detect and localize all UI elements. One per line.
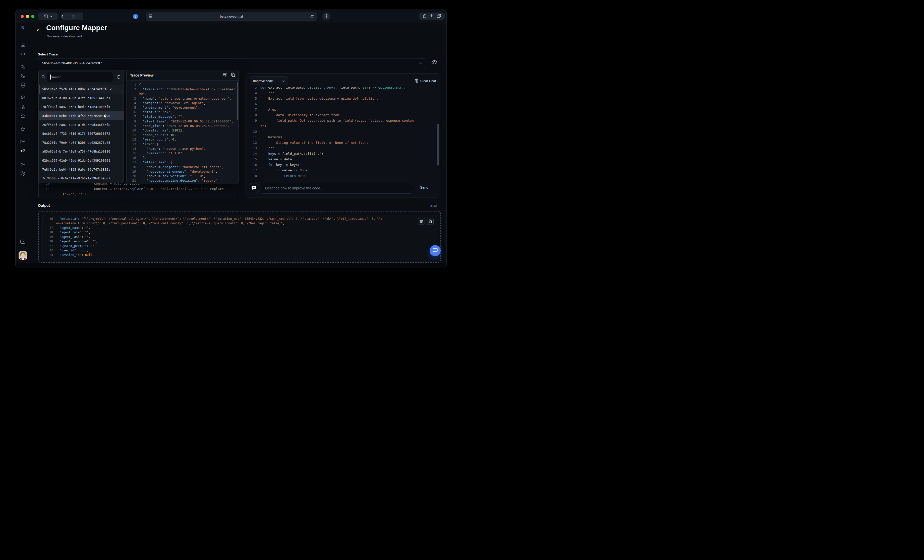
trace-option[interactable]: 26ff540f-ca87-4285-a1d4-5e9d436fc3f8 [39, 120, 123, 129]
sidebar-item-traces[interactable] [20, 64, 26, 69]
code-line: 13 "sdk": { [129, 142, 237, 147]
trace-option[interactable]: 78ff08af-5837-46e1-bcd9-318e37aed5f5 [39, 102, 123, 111]
code-line: 7 "status_message": "", [129, 114, 237, 119]
sidebar-item-favorites[interactable] [20, 126, 26, 132]
sidebar-item-code[interactable] [20, 51, 26, 57]
code-line: 1{ [129, 82, 237, 87]
code-line: 18 "noveum.project": "novaeval-etl-agent… [129, 165, 237, 169]
code-line: 14 keys = field_path.split(".") [249, 151, 415, 157]
trace-option[interactable]: 8ecb3cbf-f733-4016-917f-560726b36872 [39, 129, 123, 138]
code-line: 6 "status": "ok", [129, 110, 237, 114]
text-caret [50, 75, 51, 79]
sidebar-item-home[interactable] [20, 42, 26, 47]
code-line: 9 field_path: Dot-separated path to fiel… [249, 118, 415, 129]
trace-option[interactable]: 78a2201b-79e0-4d04-b2b6-ae0282878c45 [39, 138, 123, 147]
trace-option[interactable]: 7e8f6a3a-be0f-4835-9a0c-f9c747c6815a [39, 165, 123, 174]
code-line: 11 Returns: [249, 135, 415, 140]
mode-select[interactable]: Improve code [250, 76, 288, 85]
clear-chat-button[interactable]: Clear Chat [415, 79, 436, 83]
trace-option[interactable]: a85e05a9-bf7e-40e9-a75f-47d8ba1b0816 [39, 147, 123, 156]
trace-select[interactable]: 5b5e0b7e-f52b-4f01-8d82-46c474cf0ff7 [38, 58, 426, 68]
sidebar-item-blocks[interactable] [20, 104, 26, 109]
sidebar-item-workflow[interactable] [20, 73, 26, 79]
chevron-down-icon [50, 16, 52, 17]
url-bar[interactable]: beta.noveum.ai [146, 12, 317, 21]
code-line: 23 "session_id": null, [45, 253, 384, 257]
sidebar-item-cloud[interactable] [20, 114, 26, 118]
avatar[interactable] [19, 251, 27, 260]
sidebar-item-server[interactable] [20, 95, 26, 100]
copy-icon[interactable] [231, 72, 235, 78]
send-button[interactable]: Send [420, 186, 428, 189]
code-line: 12 String value of the field, or None if… [249, 140, 415, 145]
wrap-text-icon[interactable] [222, 72, 227, 78]
select-trace-label: Select Trace [38, 52, 58, 56]
code-line: 17 if value is None: [249, 168, 415, 173]
code-line: 5 Extract field from nested dictionary u… [249, 96, 415, 101]
search-icon [41, 75, 45, 80]
chat-row: Send [246, 183, 440, 194]
code-line: 21 "noveum.sampling.decision": "record" [129, 178, 237, 183]
preview-scrollbar-thumb[interactable] [237, 82, 238, 120]
share-icon[interactable] [423, 14, 427, 19]
collapse-panel-icon[interactable] [20, 239, 26, 244]
code-line: 8 "start_time": "2025-12-09 06:02:32.371… [129, 119, 237, 124]
sidebar-item-export[interactable] [20, 139, 26, 144]
minimize-window-button[interactable] [26, 15, 29, 18]
shield-hand-icon[interactable] [133, 13, 138, 20]
assistant-scrollbar-thumb[interactable] [437, 124, 439, 166]
trace-option[interactable]: 7c70508b-f0c6-4f1e-97b0-1e39bd1b9dd7 [39, 174, 123, 183]
reader-icon[interactable] [149, 14, 153, 19]
chat-bubble-icon [433, 248, 438, 254]
forward-button[interactable] [73, 15, 84, 18]
trace-option[interactable]: 08762a9b-d188-490b-a7fe-b185114410c1 [39, 94, 123, 103]
code-line: 4 "project": "novaeval-etl-agent", [129, 101, 237, 105]
new-tab-icon[interactable] [430, 14, 434, 19]
code-line: 20 "agent_response": "", [45, 239, 384, 244]
message-plus-icon [252, 186, 256, 191]
close-window-button[interactable] [21, 15, 24, 18]
trash-icon [415, 79, 418, 83]
code-line: 16 }, [129, 156, 237, 160]
support-chat-button[interactable] [430, 245, 441, 256]
search-input[interactable] [47, 72, 113, 82]
refresh-traces-icon[interactable] [117, 75, 121, 80]
sidebar-item-database[interactable] [20, 82, 26, 88]
copy-icon[interactable] [427, 218, 434, 225]
trace-dropdown: 5b5e0b7e-f52b-4f01-8d82-46c474cf0f…✓0876… [38, 70, 124, 183]
noveum-logo[interactable]: N [20, 25, 26, 30]
sidebar-item-settings[interactable] [20, 171, 26, 176]
chat-input[interactable] [261, 183, 413, 193]
url-text: beta.noveum.ai [220, 15, 243, 18]
search-row [39, 70, 123, 84]
tab-actions-group [418, 12, 445, 20]
wrap-text-icon[interactable] [418, 218, 425, 225]
browser-settings-button[interactable] [322, 12, 330, 20]
code-line: 9 "end_time": "2025-12-09 06:03:23.38200… [129, 124, 237, 128]
code-line: 10 [249, 129, 415, 135]
output-container: 16 "metadata": "{\"project\": \"novaeval… [38, 211, 441, 263]
assistant-code: 3def extract_field(data: Dict[str, Any],… [249, 87, 415, 180]
sidebar-toggle-button[interactable] [38, 12, 58, 20]
code-line: 18 "agent_role": "", [45, 230, 384, 235]
refresh-icon[interactable] [310, 15, 314, 19]
code-line: 4 """ [249, 90, 415, 96]
trace-option[interactable]: 62bcc659-01e9-42dd-91dd-6ef389100501 [39, 156, 123, 165]
new-message-button[interactable] [249, 183, 259, 193]
trace-option[interactable]: 33b8cb11-6cbe-415b-af5d-5607e20eef90 [39, 111, 123, 120]
trace-option[interactable]: 5b5e0b7e-f52b-4f01-8d82-46c474cf0f…✓ [39, 85, 123, 94]
code-line: 13 """ [249, 145, 415, 151]
code-line: 17 "agent_name": "", [45, 226, 384, 230]
preview-eye-button[interactable] [431, 60, 437, 66]
sidebar-item-api-key[interactable] [20, 162, 26, 166]
assistant-header: Improve code Clear Chat [246, 74, 440, 88]
tab-overview-icon[interactable] [437, 14, 441, 19]
chat-input-wrap [261, 183, 413, 194]
zoom-window-button[interactable] [31, 15, 34, 18]
sidebar-item-routes[interactable] [20, 149, 26, 154]
code-line: 17 "attributes": { [129, 160, 237, 165]
trace-preview-header: Trace Preview [126, 70, 238, 81]
code-line: 19 "agent_task": "", [45, 235, 384, 239]
back-button[interactable] [61, 15, 72, 18]
code-line: 3def extract_field(data: Dict[str, Any],… [249, 87, 415, 90]
